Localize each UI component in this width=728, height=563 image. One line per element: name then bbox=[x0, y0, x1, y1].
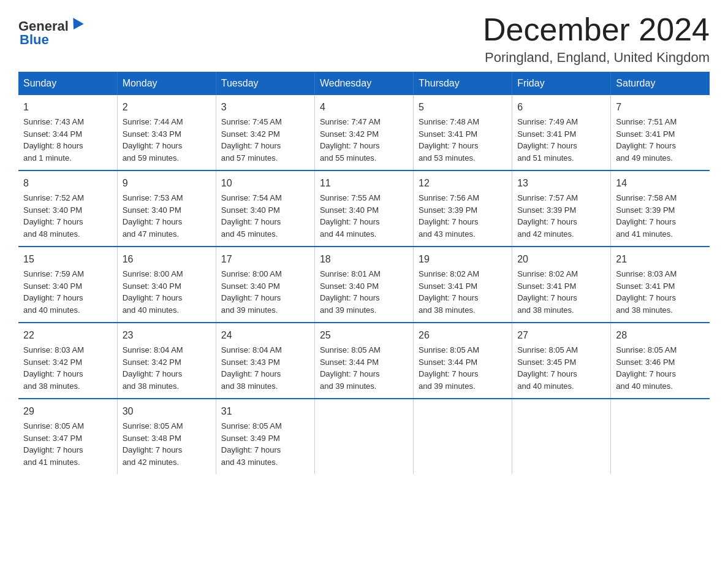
day-cell: 27Sunrise: 8:05 AMSunset: 3:45 PMDayligh… bbox=[512, 323, 611, 399]
day-cell: 17Sunrise: 8:00 AMSunset: 3:40 PMDayligh… bbox=[216, 247, 314, 323]
day-cell: 16Sunrise: 8:00 AMSunset: 3:40 PMDayligh… bbox=[117, 247, 216, 323]
day-cell: 11Sunrise: 7:55 AMSunset: 3:40 PMDayligh… bbox=[314, 170, 413, 247]
day-info: Sunrise: 7:57 AMSunset: 3:39 PMDaylight:… bbox=[517, 192, 605, 240]
day-cell: 31Sunrise: 8:05 AMSunset: 3:49 PMDayligh… bbox=[216, 399, 314, 474]
day-cell bbox=[314, 399, 413, 474]
day-number: 5 bbox=[419, 100, 507, 115]
day-number: 25 bbox=[320, 328, 408, 343]
day-info: Sunrise: 8:05 AMSunset: 3:49 PMDaylight:… bbox=[221, 420, 309, 468]
day-cell: 8Sunrise: 7:52 AMSunset: 3:40 PMDaylight… bbox=[18, 170, 117, 247]
day-number: 21 bbox=[616, 252, 705, 267]
title-section: December 2024 Poringland, England, Unite… bbox=[483, 12, 710, 66]
header-cell-wednesday: Wednesday bbox=[314, 72, 413, 95]
day-cell: 2Sunrise: 7:44 AMSunset: 3:43 PMDaylight… bbox=[117, 95, 216, 170]
logo-blue: Blue bbox=[20, 32, 49, 48]
day-cell: 21Sunrise: 8:03 AMSunset: 3:41 PMDayligh… bbox=[611, 247, 710, 323]
day-number: 26 bbox=[419, 328, 507, 343]
day-cell: 22Sunrise: 8:03 AMSunset: 3:42 PMDayligh… bbox=[18, 323, 117, 399]
day-number: 8 bbox=[23, 176, 112, 191]
day-cell: 24Sunrise: 8:04 AMSunset: 3:43 PMDayligh… bbox=[216, 323, 314, 399]
day-info: Sunrise: 7:47 AMSunset: 3:42 PMDaylight:… bbox=[320, 116, 408, 164]
header-cell-tuesday: Tuesday bbox=[216, 72, 314, 95]
day-info: Sunrise: 7:44 AMSunset: 3:43 PMDaylight:… bbox=[123, 116, 211, 164]
day-info: Sunrise: 8:02 AMSunset: 3:41 PMDaylight:… bbox=[517, 268, 605, 316]
day-info: Sunrise: 8:04 AMSunset: 3:42 PMDaylight:… bbox=[123, 344, 211, 392]
day-cell: 9Sunrise: 7:53 AMSunset: 3:40 PMDaylight… bbox=[117, 170, 216, 247]
day-cell: 29Sunrise: 8:05 AMSunset: 3:47 PMDayligh… bbox=[18, 399, 117, 474]
day-cell: 20Sunrise: 8:02 AMSunset: 3:41 PMDayligh… bbox=[512, 247, 611, 323]
day-info: Sunrise: 7:52 AMSunset: 3:40 PMDaylight:… bbox=[23, 192, 112, 240]
day-info: Sunrise: 8:00 AMSunset: 3:40 PMDaylight:… bbox=[221, 268, 309, 316]
day-cell: 19Sunrise: 8:02 AMSunset: 3:41 PMDayligh… bbox=[414, 247, 512, 323]
day-cell: 7Sunrise: 7:51 AMSunset: 3:41 PMDaylight… bbox=[611, 95, 710, 170]
day-info: Sunrise: 8:01 AMSunset: 3:40 PMDaylight:… bbox=[320, 268, 408, 316]
day-number: 17 bbox=[221, 252, 309, 267]
day-cell: 13Sunrise: 7:57 AMSunset: 3:39 PMDayligh… bbox=[512, 170, 611, 247]
day-info: Sunrise: 8:05 AMSunset: 3:44 PMDaylight:… bbox=[320, 344, 408, 392]
day-cell: 12Sunrise: 7:56 AMSunset: 3:39 PMDayligh… bbox=[414, 170, 512, 247]
day-info: Sunrise: 7:48 AMSunset: 3:41 PMDaylight:… bbox=[419, 116, 507, 164]
day-number: 4 bbox=[320, 100, 408, 115]
calendar-body: 1Sunrise: 7:43 AMSunset: 3:44 PMDaylight… bbox=[18, 95, 710, 474]
day-cell: 5Sunrise: 7:48 AMSunset: 3:41 PMDaylight… bbox=[414, 95, 512, 170]
day-number: 30 bbox=[123, 404, 211, 419]
day-cell: 10Sunrise: 7:54 AMSunset: 3:40 PMDayligh… bbox=[216, 170, 314, 247]
day-info: Sunrise: 7:58 AMSunset: 3:39 PMDaylight:… bbox=[616, 192, 705, 240]
day-info: Sunrise: 7:54 AMSunset: 3:40 PMDaylight:… bbox=[221, 192, 309, 240]
week-row-1: 1Sunrise: 7:43 AMSunset: 3:44 PMDaylight… bbox=[18, 95, 710, 170]
day-number: 29 bbox=[23, 404, 112, 419]
day-info: Sunrise: 7:56 AMSunset: 3:39 PMDaylight:… bbox=[419, 192, 507, 240]
day-cell bbox=[414, 399, 512, 474]
day-cell: 26Sunrise: 8:05 AMSunset: 3:44 PMDayligh… bbox=[414, 323, 512, 399]
day-info: Sunrise: 8:04 AMSunset: 3:43 PMDaylight:… bbox=[221, 344, 309, 392]
day-number: 14 bbox=[616, 176, 705, 191]
calendar-table: SundayMondayTuesdayWednesdayThursdayFrid… bbox=[18, 72, 710, 474]
day-cell: 30Sunrise: 8:05 AMSunset: 3:48 PMDayligh… bbox=[117, 399, 216, 474]
day-number: 28 bbox=[616, 328, 705, 343]
day-cell: 25Sunrise: 8:05 AMSunset: 3:44 PMDayligh… bbox=[314, 323, 413, 399]
day-cell: 23Sunrise: 8:04 AMSunset: 3:42 PMDayligh… bbox=[117, 323, 216, 399]
day-cell: 14Sunrise: 7:58 AMSunset: 3:39 PMDayligh… bbox=[611, 170, 710, 247]
day-cell: 15Sunrise: 7:59 AMSunset: 3:40 PMDayligh… bbox=[18, 247, 117, 323]
day-cell: 28Sunrise: 8:05 AMSunset: 3:46 PMDayligh… bbox=[611, 323, 710, 399]
day-cell: 4Sunrise: 7:47 AMSunset: 3:42 PMDaylight… bbox=[314, 95, 413, 170]
day-number: 18 bbox=[320, 252, 408, 267]
day-number: 2 bbox=[123, 100, 211, 115]
day-info: Sunrise: 7:43 AMSunset: 3:44 PMDaylight:… bbox=[23, 116, 112, 164]
month-title: December 2024 bbox=[483, 12, 710, 47]
day-number: 3 bbox=[221, 100, 309, 115]
day-info: Sunrise: 8:02 AMSunset: 3:41 PMDaylight:… bbox=[419, 268, 507, 316]
header-cell-saturday: Saturday bbox=[611, 72, 710, 95]
day-number: 23 bbox=[123, 328, 211, 343]
day-number: 22 bbox=[23, 328, 112, 343]
week-row-3: 15Sunrise: 7:59 AMSunset: 3:40 PMDayligh… bbox=[18, 247, 710, 323]
day-number: 15 bbox=[23, 252, 112, 267]
day-number: 13 bbox=[517, 176, 605, 191]
header-cell-sunday: Sunday bbox=[18, 72, 117, 95]
day-number: 1 bbox=[23, 100, 112, 115]
week-row-2: 8Sunrise: 7:52 AMSunset: 3:40 PMDaylight… bbox=[18, 170, 710, 247]
day-info: Sunrise: 8:05 AMSunset: 3:48 PMDaylight:… bbox=[123, 420, 211, 468]
logo-arrow-icon bbox=[68, 18, 83, 33]
day-cell: 6Sunrise: 7:49 AMSunset: 3:41 PMDaylight… bbox=[512, 95, 611, 170]
day-number: 10 bbox=[221, 176, 309, 191]
day-cell bbox=[512, 399, 611, 474]
week-row-5: 29Sunrise: 8:05 AMSunset: 3:47 PMDayligh… bbox=[18, 399, 710, 474]
day-info: Sunrise: 8:05 AMSunset: 3:46 PMDaylight:… bbox=[616, 344, 705, 392]
location: Poringland, England, United Kingdom bbox=[483, 50, 710, 66]
day-number: 24 bbox=[221, 328, 309, 343]
day-cell: 3Sunrise: 7:45 AMSunset: 3:42 PMDaylight… bbox=[216, 95, 314, 170]
day-info: Sunrise: 8:05 AMSunset: 3:44 PMDaylight:… bbox=[419, 344, 507, 392]
logo: General Blue bbox=[18, 18, 82, 48]
header-cell-friday: Friday bbox=[512, 72, 611, 95]
day-info: Sunrise: 7:53 AMSunset: 3:40 PMDaylight:… bbox=[123, 192, 211, 240]
header-row: SundayMondayTuesdayWednesdayThursdayFrid… bbox=[18, 72, 710, 95]
day-info: Sunrise: 8:03 AMSunset: 3:41 PMDaylight:… bbox=[616, 268, 705, 316]
day-info: Sunrise: 7:55 AMSunset: 3:40 PMDaylight:… bbox=[320, 192, 408, 240]
day-number: 19 bbox=[419, 252, 507, 267]
day-cell bbox=[611, 399, 710, 474]
page-header: General Blue December 2024 Poringland, E… bbox=[18, 12, 710, 66]
day-number: 20 bbox=[517, 252, 605, 267]
day-cell: 18Sunrise: 8:01 AMSunset: 3:40 PMDayligh… bbox=[314, 247, 413, 323]
day-info: Sunrise: 8:00 AMSunset: 3:40 PMDaylight:… bbox=[123, 268, 211, 316]
